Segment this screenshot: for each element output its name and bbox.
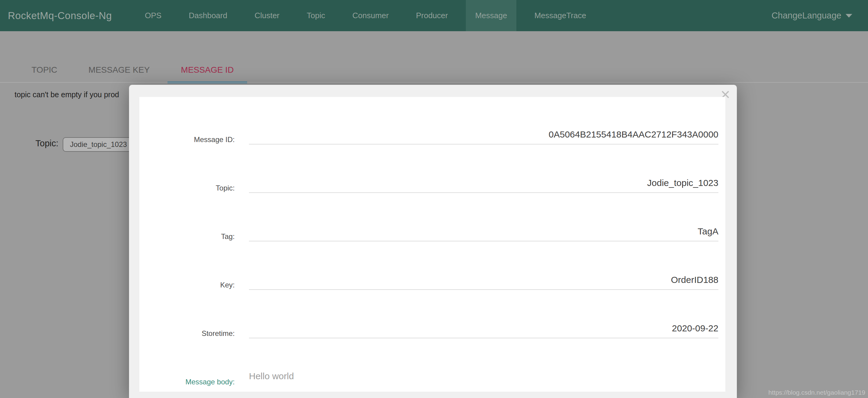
message-id-label: Message ID:: [139, 135, 235, 144]
field-row-topic: Topic: Jodie_topic_1023: [139, 145, 725, 193]
caret-down-icon: [845, 14, 852, 18]
key-field-control: OrderID188: [249, 241, 718, 290]
field-row-message-body: Message body: Hello world: [139, 338, 725, 387]
top-navbar: RocketMq-Console-Ng OPS Dashboard Cluste…: [0, 0, 868, 31]
message-search-tabs: TOPIC MESSAGE KEY MESSAGE ID: [18, 57, 252, 83]
key-field-value: OrderID188: [671, 275, 718, 285]
nav-item-message[interactable]: Message: [466, 0, 517, 31]
app-brand[interactable]: RocketMq-Console-Ng: [8, 10, 112, 22]
field-row-storetime: Storetime: 2020-09-22: [139, 290, 725, 338]
change-language-label: ChangeLanguage: [771, 10, 841, 21]
storetime-field-label: Storetime:: [139, 329, 235, 338]
tab-topic[interactable]: TOPIC: [18, 57, 70, 83]
tag-field-label: Tag:: [139, 232, 235, 241]
topic-empty-hint: topic can't be empty if you prod: [14, 90, 119, 99]
topic-filter-label: Topic:: [35, 139, 58, 148]
nav-item-producer[interactable]: Producer: [406, 0, 457, 31]
nav-item-cluster[interactable]: Cluster: [245, 0, 289, 31]
field-row-tag: Tag: TagA: [139, 193, 725, 241]
tab-message-key[interactable]: MESSAGE KEY: [75, 57, 163, 83]
message-id-value: 0A5064B2155418B4AAC2712F343A0000: [549, 129, 718, 140]
message-body-value: Hello world: [249, 371, 294, 381]
nav-item-dashboard[interactable]: Dashboard: [179, 0, 237, 31]
message-detail-panel: Message ID: 0A5064B2155418B4AAC2712F343A…: [139, 97, 725, 392]
tab-message-id[interactable]: MESSAGE ID: [167, 57, 247, 83]
change-language-menu[interactable]: ChangeLanguage: [771, 0, 852, 31]
message-body-label: Message body:: [139, 378, 235, 386]
nav-item-ops[interactable]: OPS: [135, 0, 171, 31]
topic-field-label: Topic:: [139, 184, 235, 192]
tag-field-control: TagA: [249, 193, 718, 241]
topic-field-control: Jodie_topic_1023: [249, 145, 718, 193]
tabs-divider: [0, 82, 868, 83]
message-body-control: Hello world: [249, 338, 718, 387]
nav-menu: OPS Dashboard Cluster Topic Consumer Pro…: [131, 0, 600, 31]
topic-select-value: Jodie_topic_1023: [70, 140, 127, 149]
message-id-control: 0A5064B2155418B4AAC2712F343A0000: [249, 97, 718, 145]
storetime-field-control: 2020-09-22: [249, 290, 718, 338]
message-detail-modal: × Message ID: 0A5064B2155418B4AAC2712F34…: [129, 85, 737, 398]
topic-field-value: Jodie_topic_1023: [647, 178, 718, 188]
key-field-label: Key:: [139, 281, 235, 289]
field-row-key: Key: OrderID188: [139, 241, 725, 290]
nav-item-topic[interactable]: Topic: [298, 0, 335, 31]
tag-field-value: TagA: [698, 226, 718, 237]
storetime-field-value: 2020-09-22: [672, 323, 718, 334]
nav-item-messagetrace[interactable]: MessageTrace: [525, 0, 595, 31]
nav-item-consumer[interactable]: Consumer: [343, 0, 398, 31]
field-row-message-id: Message ID: 0A5064B2155418B4AAC2712F343A…: [139, 97, 725, 145]
csdn-watermark: https://blog.csdn.net/gaoliang1719: [768, 389, 865, 396]
